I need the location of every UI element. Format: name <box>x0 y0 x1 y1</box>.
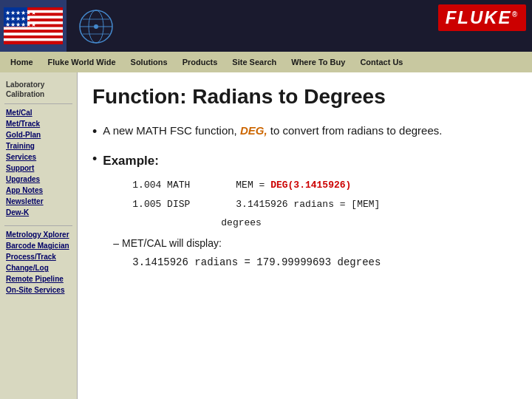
bullet-item-1: • A new MATH FSC function, DEG, to conve… <box>92 123 517 140</box>
sidebar: Laboratory Calibration Met/Cal Met/Track… <box>0 72 78 399</box>
header: ★★★★★★ ★★★★★ ★★★★★★ FLUKE® <box>0 0 532 52</box>
nav-fluke-worldwide[interactable]: Fluke World Wide <box>41 58 123 66</box>
svg-rect-12 <box>4 41 63 44</box>
sidebar-link-dewk[interactable]: Dew-K <box>0 207 77 218</box>
sidebar-link-newsletter[interactable]: Newsletter <box>0 196 77 207</box>
example-lines: 1.004 MATH MEM = DEG(3.1415926) 1.005 DI… <box>132 177 381 231</box>
sidebar-link-appnotes[interactable]: App Notes <box>0 185 77 196</box>
globe-icon <box>74 6 118 47</box>
sidebar-link-services[interactable]: Services <box>0 151 77 163</box>
line1-right-prefix: MEM = <box>236 180 270 191</box>
metcal-note: – MET/CAL will display: <box>113 234 381 253</box>
flag-area: ★★★★★★ ★★★★★ ★★★★★★ <box>0 0 66 52</box>
logo-registered: ® <box>512 10 519 18</box>
bullet1-highlight: DEG, <box>240 124 267 137</box>
logo-area: FLUKE® <box>438 4 526 31</box>
nav-products[interactable]: Products <box>175 58 225 66</box>
sidebar-link-upgrades[interactable]: Upgrades <box>0 174 77 185</box>
svg-rect-11 <box>4 38 63 41</box>
nav-home[interactable]: Home <box>3 58 41 66</box>
svg-rect-10 <box>4 35 63 38</box>
sidebar-section-title: Laboratory Calibration <box>0 77 77 100</box>
bullet-dot-2: • <box>92 151 97 167</box>
bullet-item-2: • Example: 1.004 MATH MEM = DEG(3.141592… <box>92 150 517 272</box>
sidebar-link-training[interactable]: Training <box>0 140 77 151</box>
final-result: 3.1415926 radians = 179.99999693 degrees <box>132 253 381 272</box>
sidebar-link-barcode-magician[interactable]: Barcode Magician <box>0 240 77 251</box>
example-block: Example: 1.004 MATH MEM = DEG(3.1415926)… <box>103 150 381 272</box>
sidebar-link-mettrack[interactable]: Met/Track <box>0 118 77 129</box>
page-title: Function: Radians to Degrees <box>92 84 517 109</box>
sidebar-link-metrology-xplorer[interactable]: Metrology Xplorer <box>0 229 77 240</box>
nav-site-search[interactable]: Site Search <box>225 58 284 66</box>
sidebar-link-remote-pipeline[interactable]: Remote Pipeline <box>0 273 77 284</box>
svg-text:★★★★★★: ★★★★★★ <box>5 21 36 28</box>
svg-rect-9 <box>4 33 63 35</box>
svg-rect-8 <box>4 30 63 33</box>
sidebar-divider-2 <box>4 225 72 226</box>
line2-left: 1.005 DISP <box>132 196 221 213</box>
navbar: Home Fluke World Wide Solutions Products… <box>0 52 532 72</box>
sidebar-link-goldplan[interactable]: Gold-Plan <box>0 129 77 140</box>
example-line-3: degrees <box>221 214 381 231</box>
nav-contact-us[interactable]: Contact Us <box>352 58 410 66</box>
svg-point-22 <box>94 24 98 29</box>
nav-where-to-buy[interactable]: Where To Buy <box>284 58 352 66</box>
logo-brand: FLUKE <box>446 7 512 27</box>
example-label: Example: <box>103 150 381 173</box>
flag-icon: ★★★★★★ ★★★★★ ★★★★★★ <box>4 7 63 44</box>
globe-area <box>66 0 126 52</box>
nav-solutions[interactable]: Solutions <box>123 58 175 66</box>
sidebar-link-changelog[interactable]: Change/Log <box>0 262 77 273</box>
sidebar-link-onsite-services[interactable]: On-Site Services <box>0 284 77 296</box>
line1-left: 1.004 MATH <box>132 177 221 194</box>
sidebar-link-support[interactable]: Support <box>0 163 77 174</box>
sidebar-link-metcal[interactable]: Met/Cal <box>0 107 77 118</box>
content-area: Function: Radians to Degrees • A new MAT… <box>78 72 532 399</box>
logo-text: FLUKE® <box>446 7 519 27</box>
bullet1-text-before: A new MATH FSC function, <box>103 124 240 137</box>
sidebar-divider <box>4 103 72 104</box>
line1-right: MEM = DEG(3.1415926) <box>236 177 351 194</box>
example-line-1: 1.004 MATH MEM = DEG(3.1415926) <box>132 177 381 194</box>
line2-right: 3.1415926 radians = [MEM] <box>236 196 380 213</box>
sidebar-link-processtrack[interactable]: Process/Track <box>0 251 77 262</box>
bullet1-text-after: to convert from radians to degrees. <box>267 124 443 137</box>
example-line-2: 1.005 DISP 3.1415926 radians = [MEM] <box>132 196 381 213</box>
bullet-dot-1: • <box>92 124 97 140</box>
bullet-text-1: A new MATH FSC function, DEG, to convert… <box>103 123 442 140</box>
line1-right-highlight: DEG(3.1415926) <box>270 180 351 191</box>
main-area: Laboratory Calibration Met/Cal Met/Track… <box>0 72 532 399</box>
